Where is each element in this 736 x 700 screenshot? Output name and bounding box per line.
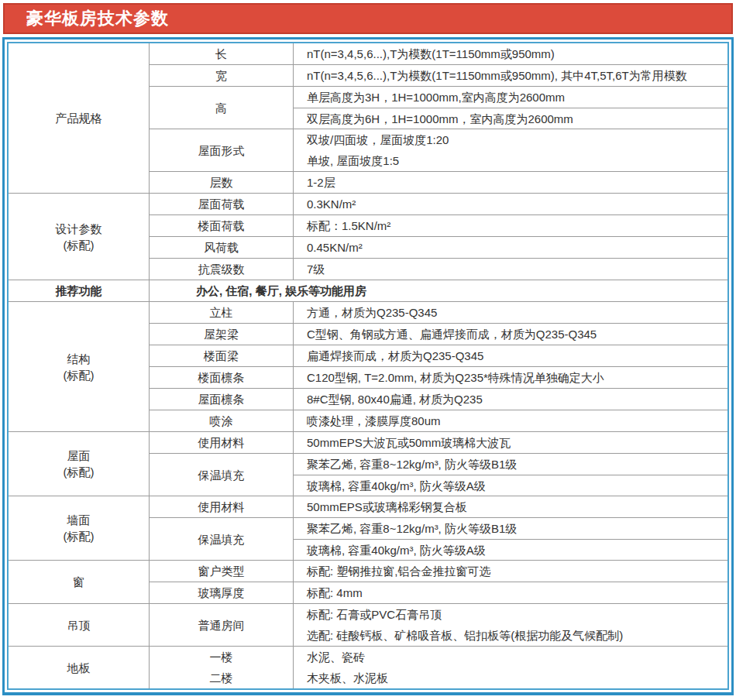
param-value: 聚苯乙烯, 容重8~12kg/m³, 防火等级B1级 xyxy=(294,518,727,539)
table-row: 抗震级数 7级 xyxy=(150,258,727,280)
param-value: 7级 xyxy=(294,259,727,280)
table-row: 屋面形式 双坡/四面坡，屋面坡度1:20 单坡, 屋面坡度1:5 xyxy=(150,129,727,171)
param-value-cell: 8#C型钢, 80x40扁通, 材质为Q235 xyxy=(294,389,727,410)
param-value: 1-2层 xyxy=(294,172,727,193)
param-label: 屋面檩条 xyxy=(150,389,294,410)
category-label: 地板 xyxy=(67,660,91,676)
param-label-text: 保温填充 xyxy=(198,529,245,550)
section-roof: 屋面 (标配) 使用材料 50mmEPS大波瓦或50mm玻璃棉大波瓦 保温填充 … xyxy=(9,431,727,496)
section-floor: 地板 一楼 二楼 水泥、瓷砖 木夹板、水泥板 xyxy=(9,646,727,688)
category-cell: 屋面 (标配) xyxy=(9,432,150,496)
param-label: 使用材料 xyxy=(150,496,294,517)
category-label: 设计参数 xyxy=(56,221,102,237)
param-value: 0.3KN/m² xyxy=(294,194,727,214)
table-row: 一楼 二楼 水泥、瓷砖 木夹板、水泥板 xyxy=(150,647,727,688)
param-label-text: 屋面檩条 xyxy=(198,389,245,410)
param-value: 标配: 石膏或PVC石膏吊顶 xyxy=(294,604,727,625)
section-product-spec: 产品规格 长 nT(n=3,4,5,6...),T为模数(1T=1150mm或9… xyxy=(9,43,727,193)
param-value: 木夹板、水泥板 xyxy=(294,667,727,688)
param-label-text: 保温填充 xyxy=(198,465,245,486)
table-row: 楼面梁 扁通焊接而成，材质为Q235-Q345 xyxy=(150,345,727,366)
param-value: C120型钢, T=2.0mm, 材质为Q235*特殊情况单独确定大小 xyxy=(294,367,727,388)
param-label: 楼面檩条 xyxy=(150,367,294,388)
category-sublabel: (标配) xyxy=(64,237,95,253)
param-label-text: 玻璃厚度 xyxy=(198,582,245,603)
param-value-cell: 喷漆处理，漆膜厚度80um xyxy=(294,410,727,431)
param-value: 选配: 硅酸钙板、矿棉吸音板、铝扣板等(根据功能及气候配制) xyxy=(294,625,727,646)
param-label-text: 使用材料 xyxy=(198,432,245,453)
param-value-cell: 标配: 4mm xyxy=(294,582,727,603)
param-value: nT(n=3,4,5,6...),T为模数(1T=1150mm或950mm), … xyxy=(294,65,727,86)
param-value: 50mmEPS大波瓦或50mm玻璃棉大波瓦 xyxy=(294,432,727,453)
param-value-cell: 50mmEPS或玻璃棉彩钢复合板 xyxy=(294,496,727,517)
param-value-cell: 1-2层 xyxy=(294,172,727,193)
param-label-text: 二楼 xyxy=(210,667,233,688)
param-value-cell: 标配: 石膏或PVC石膏吊顶 选配: 硅酸钙板、矿棉吸音板、铝扣板等(根据功能及… xyxy=(294,604,727,646)
table-row: 使用材料 50mmEPS或玻璃棉彩钢复合板 xyxy=(150,496,727,517)
category-cell: 吊顶 xyxy=(9,604,150,646)
param-value-cell: 0.3KN/m² xyxy=(294,194,727,214)
param-label-text: 楼面檩条 xyxy=(198,367,245,388)
category-label: 窗 xyxy=(73,574,84,590)
param-label: 宽 xyxy=(150,65,294,86)
param-value: nT(n=3,4,5,6...),T为模数(1T=1150mm或950mm) xyxy=(294,43,727,64)
param-value: 标配: 4mm xyxy=(294,582,727,603)
param-label: 高 xyxy=(150,87,294,129)
param-value: 玻璃棉, 容重40kg/m³, 防火等级A级 xyxy=(294,475,727,496)
param-label: 喷涂 xyxy=(150,410,294,431)
section-recommended-use: 推荐功能 办公, 住宿, 餐厅, 娱乐等功能用房 xyxy=(9,280,727,301)
param-label-text: 窗户类型 xyxy=(198,561,245,582)
category-cell: 窗 xyxy=(9,561,150,603)
param-value: 办公, 住宿, 餐厅, 娱乐等功能用房 xyxy=(150,280,727,301)
table-row: 喷涂 喷漆处理，漆膜厚度80um xyxy=(150,410,727,431)
table-row: 长 nT(n=3,4,5,6...),T为模数(1T=1150mm或950mm) xyxy=(150,43,727,64)
param-label: 风荷载 xyxy=(150,237,294,258)
param-value-cell: C型钢、角钢或方通、扁通焊接而成，材质为Q235-Q345 xyxy=(294,324,727,345)
section-design-params: 设计参数 (标配) 屋面荷载 0.3KN/m² 楼面荷载 标配：1.5KN/m² xyxy=(9,193,727,280)
param-label-text: 屋架梁 xyxy=(204,324,239,345)
param-label-text: 风荷载 xyxy=(204,237,239,258)
spec-table-frame: 产品规格 长 nT(n=3,4,5,6...),T为模数(1T=1150mm或9… xyxy=(2,37,734,695)
spec-table: 产品规格 长 nT(n=3,4,5,6...),T为模数(1T=1150mm或9… xyxy=(7,42,729,690)
param-value-cell: 0.45KN/m² xyxy=(294,237,727,258)
param-label: 长 xyxy=(150,43,294,64)
param-label: 使用材料 xyxy=(150,432,294,453)
param-label-text: 层数 xyxy=(210,172,233,193)
param-value-cell: nT(n=3,4,5,6...),T为模数(1T=1150mm或950mm), … xyxy=(294,65,727,86)
section-ceiling: 吊顶 普通房间 标配: 石膏或PVC石膏吊顶 选配: 硅酸钙板、矿棉吸音板、铝扣… xyxy=(9,603,727,646)
param-value-cell: 50mmEPS大波瓦或50mm玻璃棉大波瓦 xyxy=(294,432,727,453)
param-value-cell: 方通，材质为Q235-Q345 xyxy=(294,302,727,323)
param-value: 玻璃棉, 容重40kg/m³, 防火等级A级 xyxy=(294,539,727,560)
table-row: 屋面荷载 0.3KN/m² xyxy=(150,194,727,214)
table-row: 保温填充 聚苯乙烯, 容重8~12kg/m³, 防火等级B1级 玻璃棉, 容重4… xyxy=(150,517,727,560)
table-row: 使用材料 50mmEPS大波瓦或50mm玻璃棉大波瓦 xyxy=(150,432,727,453)
category-label: 推荐功能 xyxy=(56,283,102,299)
param-label-text: 楼面荷载 xyxy=(198,215,245,236)
param-label-text: 使用材料 xyxy=(198,496,245,517)
table-row: 高 单层高度为3H，1H=1000mm,室内高度为2600mm 双层高度为6H，… xyxy=(150,86,727,129)
param-value-cell: 聚苯乙烯, 容重8~12kg/m³, 防火等级B1级 玻璃棉, 容重40kg/m… xyxy=(294,518,727,560)
category-label: 屋面 xyxy=(67,448,91,464)
param-value-cell: 标配：1.5KN/m² xyxy=(294,215,727,236)
param-value-cell: 聚苯乙烯, 容重8~12kg/m³, 防火等级B1级 玻璃棉, 容重40kg/m… xyxy=(294,454,727,496)
param-value: 喷漆处理，漆膜厚度80um xyxy=(294,410,727,431)
table-row: 办公, 住宿, 餐厅, 娱乐等功能用房 xyxy=(150,280,727,301)
param-value: 0.45KN/m² xyxy=(294,237,727,258)
param-label: 普通房间 xyxy=(150,604,294,646)
table-row: 层数 1-2层 xyxy=(150,171,727,193)
table-row: 风荷载 0.45KN/m² xyxy=(150,236,727,258)
param-label: 楼面梁 xyxy=(150,345,294,366)
param-label: 屋架梁 xyxy=(150,324,294,345)
param-value: 8#C型钢, 80x40扁通, 材质为Q235 xyxy=(294,389,727,410)
param-value: 双坡/四面坡，屋面坡度1:20 xyxy=(294,129,727,150)
param-label-text: 喷涂 xyxy=(210,410,233,431)
param-label: 保温填充 xyxy=(150,454,294,496)
param-label-text: 普通房间 xyxy=(198,615,245,636)
param-value: 方通，材质为Q235-Q345 xyxy=(294,302,727,323)
table-row: 窗户类型 标配: 塑钢推拉窗,铝合金推拉窗可选 xyxy=(150,561,727,582)
param-value-cell: 水泥、瓷砖 木夹板、水泥板 xyxy=(294,647,727,688)
param-label: 玻璃厚度 xyxy=(150,582,294,603)
param-value: 聚苯乙烯, 容重8~12kg/m³, 防火等级B1级 xyxy=(294,454,727,475)
section-structure: 结构 (标配) 立柱 方通，材质为Q235-Q345 屋架梁 C型钢、角钢或方通… xyxy=(9,301,727,431)
param-value: 标配: 塑钢推拉窗,铝合金推拉窗可选 xyxy=(294,561,727,582)
